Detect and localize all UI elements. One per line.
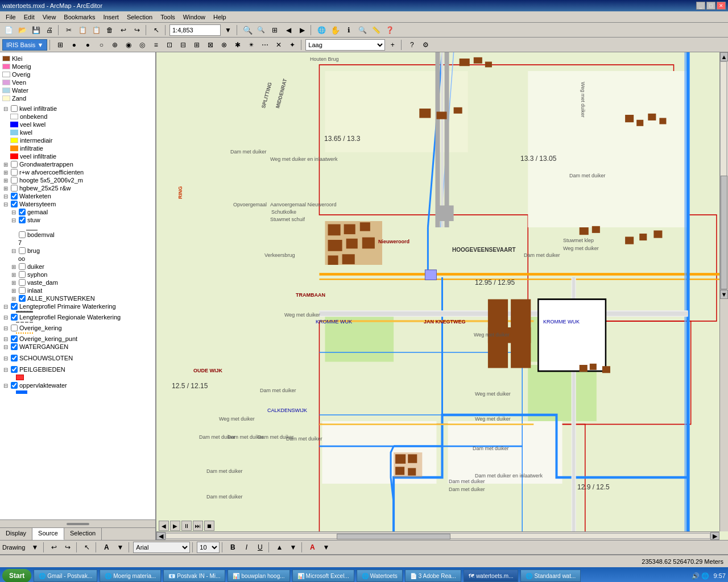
checkbox-oppervlaktewater[interactable]	[11, 382, 18, 389]
nav-play-btn[interactable]: ▶	[170, 521, 180, 531]
help-tb2-btn[interactable]: ?	[406, 39, 418, 51]
taskbar-excel[interactable]: 📊 Microsoft Excel...	[292, 569, 354, 582]
checkbox-vaste-dam[interactable]	[19, 279, 26, 286]
tb2-btn9[interactable]: ⊡	[163, 39, 176, 51]
bold-btn[interactable]: B	[226, 541, 239, 554]
checkbox-inlaat[interactable]	[19, 287, 26, 294]
expand-watersyteem[interactable]: ⊟	[2, 201, 9, 207]
tb2-btn7[interactable]: ◎	[136, 39, 148, 51]
expand-inlaat[interactable]: ⊞	[10, 288, 17, 294]
expand-watergangen[interactable]: ⊟	[2, 344, 9, 350]
toc-layer-grondwater[interactable]: ⊞ Grondwatertrappen	[2, 160, 153, 168]
expand-lengte-prim[interactable]: ⊟	[2, 304, 9, 310]
toc-layer-kwel-infiltratie[interactable]: ⊟ kwel infiltratie	[2, 105, 153, 113]
toc-layer-schouwsloten[interactable]: ⊟ SCHOUWSLOTEN	[2, 354, 153, 362]
tb2-btn2[interactable]: ●	[68, 39, 80, 51]
layer-add-btn[interactable]: +	[386, 39, 399, 51]
full-extent-button[interactable]: ⊞	[268, 24, 281, 36]
menu-view[interactable]: View	[39, 13, 60, 22]
toc-layer-gemaal[interactable]: ⊟ gemaal	[10, 208, 153, 216]
checkbox-rw[interactable]	[11, 169, 18, 176]
tb2-btn3[interactable]: ●	[81, 39, 94, 51]
italic-btn[interactable]: I	[240, 541, 253, 554]
scroll-left-btn[interactable]: ◀	[156, 532, 166, 540]
font-color-dropdown[interactable]: ▼	[320, 541, 332, 554]
checkbox-lengte-prim[interactable]	[11, 303, 18, 310]
toc-layer-watersyteem[interactable]: ⊟ Watersyteem	[2, 200, 153, 208]
draw-text-dropdown[interactable]: ▼	[114, 541, 126, 554]
cut-button[interactable]: ✂	[63, 24, 75, 36]
taskbar-watertoets[interactable]: 🌐 Watertoets	[357, 569, 403, 582]
redo-button[interactable]: ↪	[131, 24, 143, 36]
font-size-down-btn[interactable]: ▼	[287, 541, 299, 554]
scroll-h-thumb[interactable]	[337, 534, 450, 539]
font-color-btn[interactable]: A	[306, 541, 318, 554]
toc-layer-vaste-dam[interactable]: ⊞ vaste_dam	[10, 278, 153, 286]
scale-input[interactable]	[169, 24, 221, 36]
toc-layer-brug[interactable]: ⊟ brug	[10, 247, 153, 255]
tb2-btn12[interactable]: ⊠	[204, 39, 217, 51]
checkbox-peilgebieden[interactable]	[11, 366, 18, 373]
checkbox-overige-kering-punt[interactable]	[11, 335, 18, 342]
menu-bookmarks[interactable]: Bookmarks	[60, 13, 98, 22]
toc-layer-watergangen[interactable]: ⊟ WATERGANGEN	[2, 343, 153, 351]
tb2-btn17[interactable]: ✕	[272, 39, 285, 51]
menu-tools[interactable]: Tools	[157, 13, 179, 22]
expand-syphon[interactable]: ⊞	[10, 272, 17, 278]
start-button[interactable]: Start	[2, 569, 31, 582]
checkbox-watersyteem[interactable]	[11, 201, 18, 207]
expand-overige-kering[interactable]: ⊟	[2, 325, 9, 331]
draw-undo-btn[interactable]: ↩	[48, 541, 60, 554]
tb2-btn10[interactable]: ⊟	[177, 39, 189, 51]
tb2-btn14[interactable]: ✱	[231, 39, 244, 51]
scroll-up-btn[interactable]: ▲	[720, 52, 728, 61]
checkbox-gemaal[interactable]	[19, 209, 26, 215]
toc-layer-overige-kering-punt[interactable]: ⊟ Overige_kering_punt	[2, 335, 153, 343]
expand-peilgebieden[interactable]: ⊟	[2, 367, 9, 373]
taskbar-arcmap[interactable]: 🗺 watertoets.m...	[464, 569, 519, 582]
expand-gemaal[interactable]: ⊟	[10, 209, 17, 215]
paste-button[interactable]: 📋	[90, 24, 102, 36]
scale-dropdown[interactable]: ▼	[222, 24, 234, 36]
draw-text-btn[interactable]: A	[100, 541, 113, 554]
menu-file[interactable]: File	[2, 13, 19, 22]
toc-layer-oppervlaktewater[interactable]: ⊟ oppervlaktewater	[2, 381, 153, 389]
close-button[interactable]: ✕	[717, 2, 726, 10]
tb2-btn1[interactable]: ⊞	[54, 39, 67, 51]
tab-source[interactable]: Source	[32, 528, 64, 540]
help-tool-button[interactable]: ❓	[383, 24, 396, 36]
checkbox-syphon[interactable]	[19, 271, 26, 278]
checkbox-hgbew[interactable]	[11, 185, 18, 192]
nav-prev-btn[interactable]: ◀	[159, 521, 169, 531]
expand-overige-kering-punt[interactable]: ⊟	[2, 336, 9, 342]
taskbar-adobe[interactable]: 📄 3 Adobe Rea...	[405, 569, 461, 582]
expand-brug[interactable]: ⊟	[10, 248, 17, 254]
scroll-right-btn[interactable]: ▶	[710, 532, 719, 540]
toc-layer-peilgebieden[interactable]: ⊟ PEILGEBIEDEN	[2, 365, 153, 373]
menu-help[interactable]: Help	[210, 13, 230, 22]
tab-selection[interactable]: Selection	[64, 528, 102, 540]
toc-layer-overige-kering[interactable]: ⊟ Overige_kering	[2, 324, 153, 332]
map-scrollbar-v[interactable]: ▲ ▼	[719, 52, 728, 531]
new-button[interactable]: 📄	[2, 24, 15, 36]
map-area[interactable]: Houten Brug Weg met duiker 13.65 / 13.3 …	[156, 52, 728, 540]
checkbox-kwel-infiltratie[interactable]	[11, 105, 18, 112]
toc-layer-rw-afvoer[interactable]: ⊞ r+w afvoercoefficienten	[2, 168, 153, 176]
menu-insert[interactable]: Insert	[100, 13, 122, 22]
toc-layer-bodemval[interactable]: bodemval	[10, 231, 153, 239]
checkbox-alle-kunst[interactable]	[19, 295, 26, 302]
pan-button[interactable]: ✋	[329, 24, 341, 36]
scroll-v-thumb[interactable]	[721, 176, 727, 289]
tb2-btn11[interactable]: ⊞	[191, 39, 203, 51]
toc-layer-duiker[interactable]: ⊞ duiker	[10, 263, 153, 271]
taskbar-gmail[interactable]: 🌐 Gmail - Postvak...	[34, 569, 97, 582]
expand-oppervlaktewater[interactable]: ⊟	[2, 383, 9, 389]
toc-layer-stuw[interactable]: ⊟ stuw	[10, 216, 153, 224]
toc-layer-hgbew[interactable]: ⊞ hgbew_25x25 r&w	[2, 184, 153, 192]
delete-button[interactable]: 🗑	[104, 24, 116, 36]
save-button[interactable]: 💾	[30, 24, 42, 36]
tb2-btn18[interactable]: ✦	[286, 39, 299, 51]
globe-button[interactable]: 🌐	[315, 24, 328, 36]
nav-pause-btn[interactable]: ⏸	[181, 521, 192, 531]
menu-window[interactable]: Window	[180, 13, 209, 22]
